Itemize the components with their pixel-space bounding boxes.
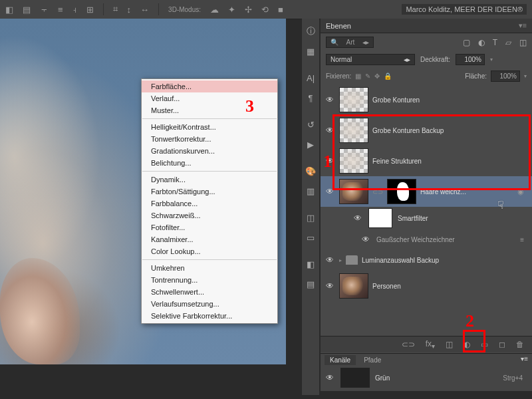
layer-thumb[interactable] <box>339 148 368 174</box>
tool-icon: ≡ <box>58 5 63 15</box>
fill-input[interactable]: 100% <box>491 70 520 82</box>
visibility-icon[interactable]: 👁 <box>325 255 335 265</box>
tab-paths[interactable]: Pfade <box>358 355 386 365</box>
swatch-icon[interactable]: ▦ <box>303 43 319 60</box>
channel-thumb <box>340 368 370 388</box>
visibility-icon[interactable]: 👁 <box>325 187 335 196</box>
character-icon[interactable]: A| <box>303 69 319 86</box>
layer-name: Smartfilter <box>398 215 428 222</box>
menu-item[interactable]: Farbfläche... <box>142 80 277 92</box>
menu-item[interactable]: Farbton/Sättigung... <box>142 186 277 198</box>
filter-mask-thumb[interactable] <box>368 208 392 228</box>
play-icon[interactable]: ▶ <box>303 136 319 153</box>
panel-menu-icon[interactable]: ▾≡ <box>521 355 528 365</box>
smartfilter-row[interactable]: 👁Smartfilter <box>321 207 532 229</box>
3d-icon[interactable]: ✢ <box>245 5 252 15</box>
visibility-icon[interactable]: 👁 <box>325 281 335 291</box>
tool-icon: ↔ <box>140 5 149 15</box>
annotation-2: 2 <box>466 311 474 331</box>
filter-item[interactable]: 👁Gaußscher Weichzeichner≡ <box>321 229 532 249</box>
visibility-icon[interactable]: 👁 <box>325 126 335 135</box>
layer-row[interactable]: 👁Feine Strukturen <box>321 146 532 176</box>
layer-group[interactable]: 👁▸Luminanzauswahl Backup <box>321 249 532 271</box>
menu-item[interactable]: Verlauf... <box>142 92 277 104</box>
mask-icon[interactable]: ◫ <box>446 340 453 349</box>
layer-thumb[interactable] <box>339 87 368 112</box>
lock-pixels-icon[interactable]: ✎ <box>365 72 370 80</box>
menu-item[interactable]: Schwarzweiß... <box>142 209 277 221</box>
palette-icon[interactable]: 🎨 <box>303 162 319 180</box>
lock-all-icon[interactable]: 🔒 <box>384 72 392 80</box>
fill-label: Fläche: <box>465 72 487 80</box>
menu-item[interactable]: Farbbalance... <box>142 198 277 209</box>
layer-name: Luminanzauswahl Backup <box>362 257 439 264</box>
panel-icon[interactable]: ◫ <box>303 209 319 226</box>
lock-transparent-icon[interactable]: ▦ <box>355 72 361 80</box>
3d-icon[interactable]: ☁ <box>210 5 219 15</box>
opacity-input[interactable]: 100% <box>456 54 485 65</box>
tool-icon: ⫞ <box>72 5 77 15</box>
visibility-icon[interactable]: 👁 <box>360 235 371 244</box>
filter-type-icon[interactable]: T <box>493 38 497 47</box>
filter-type-dropdown[interactable]: 🔍 Art ◂▸ <box>326 37 374 48</box>
menu-item[interactable]: Color Lookup... <box>142 245 277 257</box>
lock-position-icon[interactable]: ✥ <box>374 72 380 80</box>
tab-channels[interactable]: Kanäle <box>325 355 356 365</box>
channel-row[interactable]: 👁 Grün Strg+4 <box>321 366 532 389</box>
adjustment-layer-icon[interactable]: ◐ <box>464 340 470 349</box>
layer-row[interactable]: 👁Personen <box>321 271 532 301</box>
tool-icon: ⊞ <box>86 5 94 15</box>
visibility-icon[interactable]: 👁 <box>352 213 363 223</box>
visibility-icon[interactable]: 👁 <box>325 95 335 104</box>
panel-icon[interactable]: ▤ <box>303 275 319 293</box>
layer-thumb[interactable] <box>339 179 368 204</box>
fx-icon[interactable]: fx▾ <box>426 339 435 350</box>
info-icon[interactable]: ⓘ <box>303 23 319 40</box>
layer-row[interactable]: 👁Grobe Konturen <box>321 84 532 115</box>
blend-mode-dropdown[interactable]: Normal◂▸ <box>326 54 415 65</box>
filter-adjust-icon[interactable]: ◐ <box>478 38 485 47</box>
menu-item[interactable]: Verlaufsumsetzung... <box>142 298 277 310</box>
mode-label: 3D-Modus: <box>168 6 201 13</box>
panel-icon[interactable]: ▭ <box>303 229 319 246</box>
panel-icon[interactable]: ◧ <box>303 255 319 273</box>
menu-item[interactable]: Dynamik... <box>142 174 277 186</box>
3d-icon[interactable]: ⟲ <box>261 5 269 15</box>
3d-icon[interactable]: ✦ <box>228 5 235 15</box>
filter-pixel-icon[interactable]: ▢ <box>463 38 470 47</box>
menu-item[interactable]: Gradationskurven... <box>142 145 277 157</box>
menu-item[interactable]: Kanalmixer... <box>142 233 277 245</box>
channels-panel: Kanäle Pfade ▾≡ 👁 Grün Strg+4 <box>321 353 532 391</box>
layer-thumb[interactable] <box>339 118 368 143</box>
menu-item[interactable]: Fotofilter... <box>142 221 277 233</box>
group-icon[interactable]: ▭ <box>481 340 488 349</box>
layer-row[interactable]: 👁⊂⊃Haare weichz...◉ <box>321 176 532 207</box>
link-layers-icon[interactable]: ⊂⊃ <box>402 340 415 349</box>
visibility-icon[interactable]: 👁 <box>325 373 335 382</box>
layer-thumb[interactable] <box>339 273 368 299</box>
paragraph-icon[interactable]: ¶ <box>303 89 319 106</box>
menu-item[interactable]: Selektive Farbkorrektur... <box>142 310 277 322</box>
mask-thumb[interactable] <box>387 179 416 204</box>
3d-icon[interactable]: ■ <box>278 5 283 15</box>
filter-options-icon[interactable]: ≡ <box>520 236 528 243</box>
panel-icon[interactable]: ▥ <box>303 182 319 200</box>
delete-icon[interactable]: 🗑 <box>516 340 524 349</box>
panel-tab-layers[interactable]: Ebenen ▾≡ <box>321 19 532 33</box>
new-layer-icon[interactable]: ◻ <box>499 340 505 349</box>
filter-shape-icon[interactable]: ▱ <box>505 38 511 47</box>
menu-item[interactable]: Umkehren <box>142 262 277 274</box>
link-icon[interactable]: ⊂⊃ <box>372 188 383 196</box>
history-icon[interactable]: ↺ <box>303 116 319 133</box>
menu-item[interactable]: Tontrennung... <box>142 274 277 286</box>
menu-item[interactable]: Belichtung... <box>142 157 277 169</box>
panel-menu-icon[interactable]: ▾≡ <box>519 21 527 30</box>
menu-item[interactable]: Helligkeit/Kontrast... <box>142 121 277 133</box>
layer-row[interactable]: 👁Grobe Konturen Backup <box>321 115 532 146</box>
menu-item[interactable]: Tonwertkorrektur... <box>142 133 277 145</box>
menu-item[interactable]: Schwellenwert... <box>142 286 277 298</box>
menu-item[interactable]: Muster... <box>142 104 277 116</box>
layer-name: Grobe Konturen Backup <box>372 127 444 134</box>
filter-smart-icon[interactable]: ◫ <box>519 38 527 47</box>
tool-icon: ↕ <box>127 5 132 15</box>
